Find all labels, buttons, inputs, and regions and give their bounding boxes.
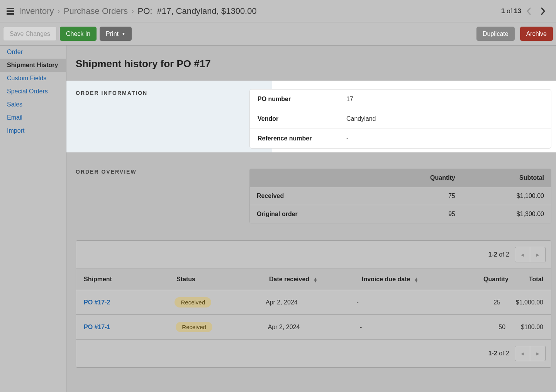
status-badge: Received xyxy=(175,297,211,308)
pagination-buttons: ◀ ▶ xyxy=(515,346,546,361)
next-record-button[interactable] xyxy=(537,5,549,17)
shipment-link[interactable]: PO #17-2 xyxy=(84,299,110,306)
page-range: 1-2 xyxy=(488,251,497,258)
caret-down-icon: ▼ xyxy=(122,32,125,36)
sidebar-label: Shipment History xyxy=(7,62,58,68)
sidebar-item-email[interactable]: Email xyxy=(0,111,66,124)
sidebar-item-import[interactable]: Import xyxy=(0,124,66,137)
breadcrumb-current: PO: #17, Candyland, $1300.00 xyxy=(137,6,256,16)
header-date-received[interactable]: Date received ▲▼ xyxy=(261,269,354,290)
header-status: Status xyxy=(169,269,261,290)
sort-icon: ▲▼ xyxy=(414,277,419,282)
sidebar-item-sales[interactable]: Sales xyxy=(0,98,66,111)
top-bar-right: 1 of 13 xyxy=(501,5,549,17)
shipment-row: PO #17-2 Received Apr 2, 2024 - 25 $1,00… xyxy=(76,290,551,315)
sort-icon: ▲▼ xyxy=(314,277,318,282)
breadcrumb-purchase-orders[interactable]: Purchase Orders xyxy=(64,6,128,16)
sidebar-link[interactable]: Order xyxy=(7,49,23,55)
page-total: 2 xyxy=(506,350,509,357)
action-bar-right: Duplicate Archive xyxy=(476,27,553,41)
breadcrumb-po-detail: #17, Candyland, $1300.00 xyxy=(157,6,257,16)
prev-page-button[interactable]: ◀ xyxy=(515,346,530,361)
overview-table: Quantity Subtotal Received 75 $1,100.00 … xyxy=(249,169,551,223)
shipment-total-cell: $100.00 xyxy=(513,317,551,338)
chevron-right-icon: › xyxy=(58,8,60,15)
shipment-total-cell: $1,000.00 xyxy=(508,292,551,313)
shipment-link[interactable]: PO #17-1 xyxy=(84,324,110,330)
print-button[interactable]: Print ▼ xyxy=(100,27,132,41)
next-page-button[interactable]: ▶ xyxy=(530,346,546,361)
info-label: PO number xyxy=(258,96,346,103)
pagination-buttons: ◀ ▶ xyxy=(515,247,546,262)
sidebar-link[interactable]: Import xyxy=(7,127,24,134)
menu-icon[interactable] xyxy=(7,8,14,15)
print-label: Print xyxy=(106,30,119,37)
sidebar: Order Shipment History Custom Fields Spe… xyxy=(0,46,66,392)
check-in-button[interactable]: Check In xyxy=(60,27,97,41)
sidebar-item-custom-fields[interactable]: Custom Fields xyxy=(0,72,66,85)
header-invoice-due[interactable]: Invoice due date ▲▼ xyxy=(354,269,447,290)
overview-row-label: Original order xyxy=(250,205,400,223)
info-row-vendor: Vendor Candyland xyxy=(250,109,551,129)
shipment-row: PO #17-1 Received Apr 2, 2024 - 50 $100.… xyxy=(76,315,551,340)
page-title: Shipment history for PO #17 xyxy=(66,58,556,81)
sidebar-link[interactable]: Sales xyxy=(7,101,22,108)
breadcrumb: Inventory › Purchase Orders › PO: #17, C… xyxy=(19,6,257,16)
overview-row-subtotal: $1,300.00 xyxy=(462,205,551,223)
breadcrumb-po-prefix: PO: xyxy=(137,6,152,16)
sidebar-link[interactable]: Custom Fields xyxy=(7,75,46,81)
overview-label: ORDER OVERVIEW xyxy=(76,169,249,223)
counter-of: of xyxy=(507,7,512,15)
sidebar-item-order[interactable]: Order xyxy=(0,46,66,59)
order-info-card: PO number 17 Vendor Candyland Reference … xyxy=(249,89,551,149)
overview-row-label: Received xyxy=(250,187,400,205)
header-total: Total xyxy=(516,269,551,290)
main-layout: Order Shipment History Custom Fields Spe… xyxy=(0,46,556,392)
overview-row-qty: 95 xyxy=(400,205,462,223)
order-overview-section: ORDER OVERVIEW Quantity Subtotal Receive… xyxy=(66,152,556,223)
duplicate-button[interactable]: Duplicate xyxy=(476,27,515,41)
order-information-section: ORDER INFORMATION PO number 17 Vendor Ca… xyxy=(66,81,556,152)
page-range: 1-2 xyxy=(488,350,497,357)
sidebar-item-special-orders[interactable]: Special Orders xyxy=(0,85,66,98)
shipment-link-cell: PO #17-1 xyxy=(76,317,168,338)
shipments-table: Shipment Status Date received ▲▼ Invoice… xyxy=(76,269,551,340)
pagination-range: 1-2 of 2 xyxy=(488,251,509,258)
breadcrumb-inventory[interactable]: Inventory xyxy=(19,6,54,16)
page-total: 2 xyxy=(506,251,509,258)
overview-header-blank xyxy=(250,169,400,187)
info-label: Reference number xyxy=(258,135,346,142)
sidebar-link[interactable]: Email xyxy=(7,114,22,121)
sidebar-link[interactable]: Special Orders xyxy=(7,88,48,95)
info-value: Candyland xyxy=(346,115,376,122)
counter-total: 13 xyxy=(514,7,521,15)
sidebar-item-shipment-history[interactable]: Shipment History xyxy=(0,59,66,72)
counter-current: 1 xyxy=(501,7,505,15)
info-row-po-number: PO number 17 xyxy=(250,90,551,109)
page-of: of xyxy=(499,350,504,357)
pagination-top: 1-2 of 2 ◀ ▶ xyxy=(76,241,551,269)
top-bar-left: Inventory › Purchase Orders › PO: #17, C… xyxy=(7,6,257,16)
shipments-section: 1-2 of 2 ◀ ▶ Shipment Status D xyxy=(66,223,556,368)
overview-header-subtotal: Subtotal xyxy=(462,169,551,187)
pagination-bottom: 1-2 of 2 ◀ ▶ xyxy=(76,340,551,367)
save-button[interactable]: Save Changes xyxy=(3,27,57,41)
next-page-button[interactable]: ▶ xyxy=(530,247,546,262)
overview-row-subtotal: $1,100.00 xyxy=(462,187,551,205)
shipment-date-cell: Apr 2, 2024 xyxy=(260,317,352,338)
prev-page-button[interactable]: ◀ xyxy=(515,247,530,262)
header-invoice-label: Invoice due date xyxy=(362,276,410,282)
prev-record-button[interactable] xyxy=(523,5,535,17)
record-counter: 1 of 13 xyxy=(501,7,521,15)
shipment-link-cell: PO #17-2 xyxy=(76,292,167,313)
info-label: Vendor xyxy=(258,115,346,122)
header-date-label: Date received xyxy=(269,276,309,282)
top-bar: Inventory › Purchase Orders › PO: #17, C… xyxy=(0,0,556,22)
shipment-invoice-cell: - xyxy=(352,317,444,338)
chevron-right-icon: › xyxy=(132,8,134,15)
pagination-range: 1-2 of 2 xyxy=(488,350,509,357)
header-quantity: Quantity xyxy=(447,269,516,290)
archive-button[interactable]: Archive xyxy=(520,27,553,41)
status-badge: Received xyxy=(176,322,212,332)
info-value: 17 xyxy=(346,96,353,103)
